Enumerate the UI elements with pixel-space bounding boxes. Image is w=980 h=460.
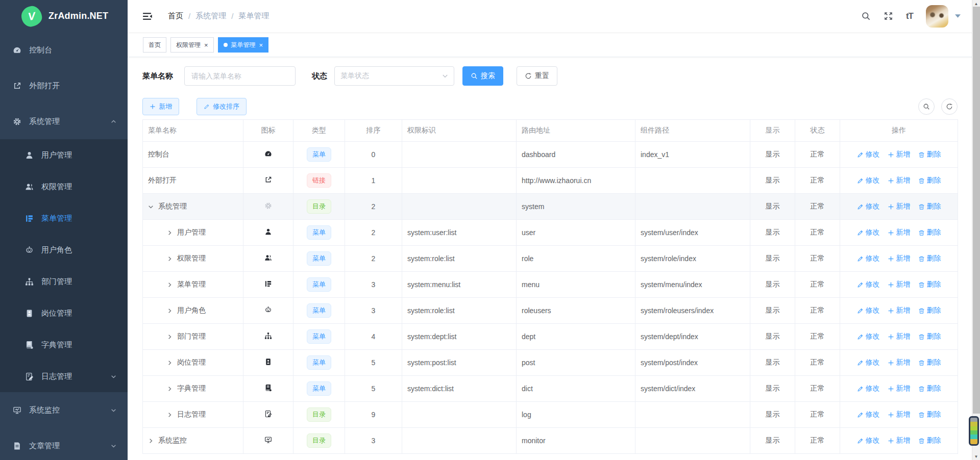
status-select[interactable]: 菜单状态 — [334, 66, 454, 86]
font-size-icon[interactable]: tT — [906, 11, 913, 21]
logo[interactable]: V ZrAdmin.NET — [0, 0, 128, 32]
sidebar-item-12[interactable]: 文章管理 — [0, 428, 128, 460]
fold-sidebar-icon[interactable] — [142, 12, 153, 21]
add-button[interactable]: 新增 — [142, 98, 179, 115]
add-link[interactable]: 新增 — [888, 384, 911, 393]
menu-name-cell: 系统监控 — [143, 428, 243, 454]
breadcrumb-item[interactable]: 系统管理 — [195, 11, 226, 21]
add-link[interactable]: 新增 — [888, 358, 911, 367]
sidebar-item-7[interactable]: 部门管理 — [0, 266, 128, 297]
edit-link[interactable]: 修改 — [857, 254, 880, 263]
expand-arrow-icon[interactable] — [167, 412, 173, 418]
add-link[interactable]: 新增 — [888, 176, 911, 185]
add-link[interactable]: 新增 — [888, 306, 911, 315]
expand-arrow-icon[interactable] — [148, 438, 154, 444]
expand-arrow-icon[interactable] — [167, 282, 173, 288]
search-button[interactable]: 搜索 — [462, 66, 503, 86]
sidebar-item-10[interactable]: 日志管理 — [0, 361, 128, 392]
add-link[interactable]: 新增 — [888, 202, 911, 211]
refresh-button[interactable] — [941, 98, 958, 115]
add-link[interactable]: 新增 — [888, 150, 911, 159]
delete-link[interactable]: 删除 — [918, 410, 941, 419]
menu-name-cell: 部门管理 — [143, 324, 243, 350]
reset-button[interactable]: 重置 — [517, 66, 557, 86]
route-cell: log — [517, 402, 635, 428]
log-icon — [25, 372, 34, 381]
delete-link[interactable]: 删除 — [918, 202, 941, 211]
order-cell: 9 — [345, 402, 402, 428]
delete-link[interactable]: 删除 — [918, 436, 941, 445]
show-search-button[interactable] — [918, 98, 935, 115]
sidebar-item-2[interactable]: 系统管理 — [0, 104, 128, 139]
add-link[interactable]: 新增 — [888, 410, 911, 419]
edit-link[interactable]: 修改 — [857, 358, 880, 367]
sidebar-item-6[interactable]: 用户角色 — [0, 234, 128, 266]
browser-extension-widget[interactable] — [969, 416, 979, 446]
menu-name-input[interactable] — [184, 66, 296, 86]
sidebar-menu: 控制台外部打开系统管理用户管理权限管理菜单管理用户角色部门管理岗位管理字典管理日… — [0, 32, 128, 460]
avatar[interactable] — [926, 5, 948, 28]
tab-0[interactable]: 首页 — [143, 37, 166, 53]
edit-link[interactable]: 修改 — [857, 384, 880, 393]
sidebar-item-11[interactable]: 系统监控 — [0, 392, 128, 428]
add-link[interactable]: 新增 — [888, 254, 911, 263]
sort-button[interactable]: 修改排序 — [197, 98, 247, 115]
scroll-up-arrow-icon[interactable]: ▲ — [972, 0, 980, 7]
sidebar-item-4[interactable]: 权限管理 — [0, 171, 128, 202]
edit-link[interactable]: 修改 — [857, 228, 880, 237]
sidebar-item-3[interactable]: 用户管理 — [0, 139, 128, 171]
sidebar-item-8[interactable]: 岗位管理 — [0, 297, 128, 329]
edit-link[interactable]: 修改 — [857, 150, 880, 159]
route-cell: menu — [517, 272, 635, 298]
tab-1[interactable]: 权限管理× — [170, 37, 214, 53]
add-link[interactable]: 新增 — [888, 280, 911, 289]
edit-link[interactable]: 修改 — [857, 280, 880, 289]
add-link[interactable]: 新增 — [888, 436, 911, 445]
add-link[interactable]: 新增 — [888, 228, 911, 237]
scrollbar-thumb[interactable] — [973, 7, 980, 414]
edit-link[interactable]: 修改 — [857, 332, 880, 341]
type-cell: 菜单 — [293, 220, 345, 246]
sidebar-item-0[interactable]: 控制台 — [0, 32, 128, 68]
delete-link[interactable]: 删除 — [918, 358, 941, 367]
breadcrumb-item[interactable]: 首页 — [168, 11, 183, 21]
type-cell: 链接 — [293, 168, 345, 194]
expand-arrow-icon[interactable] — [167, 256, 173, 262]
expand-arrow-icon[interactable] — [167, 230, 173, 236]
expand-arrow-icon[interactable] — [148, 204, 154, 210]
expand-arrow-icon[interactable] — [167, 308, 173, 314]
delete-link[interactable]: 删除 — [918, 228, 941, 237]
tab-close-icon[interactable]: × — [204, 42, 208, 48]
edit-link[interactable]: 修改 — [857, 436, 880, 445]
expand-arrow-icon[interactable] — [167, 360, 173, 366]
sidebar-item-5[interactable]: 菜单管理 — [0, 202, 128, 234]
delete-link[interactable]: 删除 — [918, 280, 941, 289]
perm-cell — [402, 168, 517, 194]
search-icon[interactable] — [861, 11, 871, 21]
tabs-bar: 首页权限管理×菜单管理× — [128, 32, 980, 57]
sidebar-item-label: 日志管理 — [41, 372, 72, 381]
caret-down-icon[interactable] — [955, 14, 961, 18]
tab-close-icon[interactable]: × — [259, 42, 263, 48]
sidebar-item-9[interactable]: 字典管理 — [0, 329, 128, 361]
scrollbar[interactable]: ▲ ▼ — [972, 0, 980, 460]
edit-link[interactable]: 修改 — [857, 410, 880, 419]
delete-link[interactable]: 删除 — [918, 306, 941, 315]
delete-link[interactable]: 删除 — [918, 254, 941, 263]
tab-2[interactable]: 菜单管理× — [218, 37, 269, 53]
fullscreen-icon[interactable] — [884, 11, 893, 21]
expand-arrow-icon[interactable] — [167, 386, 173, 392]
delete-link[interactable]: 删除 — [918, 332, 941, 341]
edit-link[interactable]: 修改 — [857, 306, 880, 315]
expand-arrow-icon[interactable] — [167, 334, 173, 340]
status-cell: 正常 — [795, 376, 840, 402]
add-link[interactable]: 新增 — [888, 332, 911, 341]
delete-link[interactable]: 删除 — [918, 176, 941, 185]
edit-link[interactable]: 修改 — [857, 176, 880, 185]
component-cell — [635, 194, 750, 220]
delete-link[interactable]: 删除 — [918, 384, 941, 393]
delete-link[interactable]: 删除 — [918, 150, 941, 159]
scroll-down-arrow-icon[interactable]: ▼ — [972, 453, 980, 460]
edit-link[interactable]: 修改 — [857, 202, 880, 211]
sidebar-item-1[interactable]: 外部打开 — [0, 68, 128, 104]
